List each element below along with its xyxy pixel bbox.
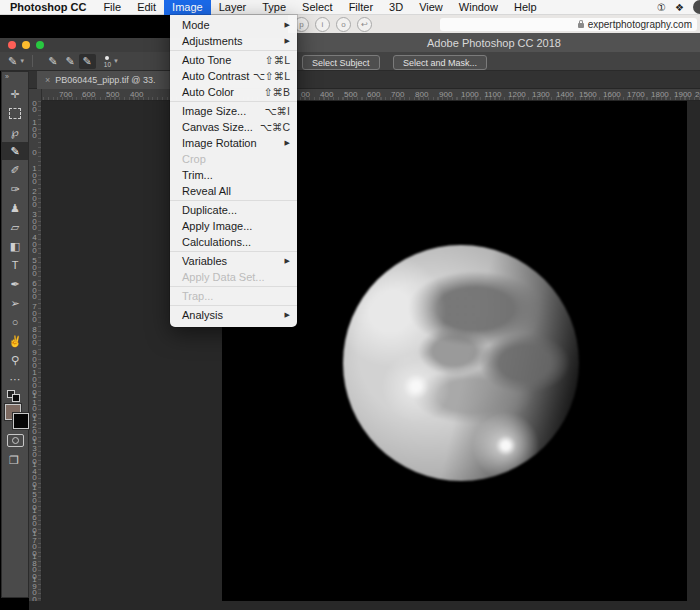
close-tab-icon[interactable]: ×: [45, 75, 50, 85]
clone-stamp-tool[interactable]: ♟: [2, 199, 28, 217]
brush-mode-add-icon[interactable]: ✎: [65, 55, 74, 68]
h-ruler-label: 500: [344, 90, 357, 99]
menu-item-crop: Crop: [170, 151, 297, 167]
menu-item-apply-data-set: Apply Data Set...: [170, 269, 297, 285]
screen-mode-icon[interactable]: ❐: [9, 454, 19, 467]
menu-item-reveal-all[interactable]: Reveal All: [170, 183, 297, 199]
path-select-tool[interactable]: ➢: [2, 294, 28, 312]
menu-item-label: Trim...: [182, 167, 290, 183]
h-ruler-label: 900: [439, 90, 452, 99]
brush-preset-icon[interactable]: ✎: [8, 55, 17, 68]
reply-share-icon[interactable]: ↩: [357, 17, 372, 32]
collapse-palette-icon[interactable]: »: [5, 73, 9, 80]
menu-item-image-size[interactable]: Image Size...⌥⌘I: [170, 103, 297, 119]
menu-item-duplicate[interactable]: Duplicate...: [170, 202, 297, 218]
info-share-icon[interactable]: i: [315, 17, 330, 32]
brush-mode-subtract-icon[interactable]: ✎: [79, 54, 96, 69]
menu-view[interactable]: View: [411, 0, 451, 15]
v-ruler-label: 3 0 0: [29, 212, 40, 232]
select-and-mask-button[interactable]: Select and Mask...: [393, 55, 487, 70]
photoshop-title-bar: Adobe Photoshop CC 2018: [288, 33, 700, 52]
menu-select[interactable]: Select: [294, 0, 341, 15]
menu-type[interactable]: Type: [254, 0, 294, 15]
eyedropper-tool[interactable]: ✐: [2, 161, 28, 179]
hand-tool[interactable]: ✌: [2, 332, 28, 350]
document-tab-title: PB060445_pipp.tif @ 33.: [55, 75, 155, 85]
menu-item-apply-image[interactable]: Apply Image...: [170, 218, 297, 234]
quick-mask-icon[interactable]: [7, 434, 24, 447]
menu-file[interactable]: File: [95, 0, 129, 15]
menu-app-name[interactable]: Photoshop CC: [0, 0, 95, 15]
url-text: expertphotography.com: [588, 19, 692, 30]
menu-item-mode[interactable]: Mode▶: [170, 17, 297, 33]
background-color-swatch[interactable]: [13, 413, 29, 429]
menu-item-shortcut: ⇧⌘B: [264, 84, 290, 100]
brush-size-preview[interactable]: 10: [104, 56, 111, 67]
type-tool[interactable]: T: [2, 256, 28, 274]
menu-window[interactable]: Window: [451, 0, 506, 15]
swap-colors-icon[interactable]: [7, 390, 20, 400]
window-title: Adobe Photoshop CC 2018: [427, 37, 561, 49]
brush-tip-icon: [105, 56, 109, 60]
pen-tool[interactable]: ✒: [2, 275, 28, 293]
menu-item-auto-contrast[interactable]: Auto Contrast⌥⇧⌘L: [170, 68, 297, 84]
brush-tool[interactable]: ✎: [2, 142, 28, 160]
v-ruler-label: 1 0 0: [29, 166, 40, 186]
menu-layer[interactable]: Layer: [211, 0, 255, 15]
v-ruler-label: 9 0 0: [29, 350, 40, 370]
status-info-icon[interactable]: ①: [657, 0, 666, 15]
menu-3d[interactable]: 3D: [381, 0, 411, 15]
marquee-tool[interactable]: [2, 104, 28, 122]
v-ruler-label: 8 0 0: [29, 327, 40, 347]
menu-edit[interactable]: Edit: [129, 0, 164, 15]
menu-item-variables[interactable]: Variables▶: [170, 253, 297, 269]
h-ruler-label: 1300: [532, 90, 550, 99]
v-ruler-label: 5 0 0: [29, 258, 40, 278]
menu-item-auto-tone[interactable]: Auto Tone⇧⌘L: [170, 52, 297, 68]
url-field[interactable]: expertphotography.com: [440, 18, 697, 31]
submenu-arrow-icon: ▶: [285, 307, 290, 323]
menu-help[interactable]: Help: [506, 0, 545, 15]
menu-item-label: Image Rotation: [182, 135, 285, 151]
menu-item-label: Variables: [182, 253, 285, 269]
menu-item-label: Trap...: [182, 288, 290, 304]
minimize-window-button[interactable]: [22, 41, 30, 49]
dropbox-icon[interactable]: ❖: [675, 0, 684, 15]
menu-item-label: Crop: [182, 151, 290, 167]
menu-item-analysis[interactable]: Analysis▶: [170, 307, 297, 323]
menu-item-canvas-size[interactable]: Canvas Size...⌥⌘C: [170, 119, 297, 135]
menu-item-calculations[interactable]: Calculations...: [170, 234, 297, 250]
menu-separator: [170, 50, 297, 51]
zoom-tool[interactable]: ⚲: [2, 351, 28, 369]
v-ruler-label: 0: [29, 150, 40, 157]
h-ruler-label: 400: [130, 90, 143, 99]
move-tool[interactable]: ✛: [2, 85, 28, 103]
lasso-tool[interactable]: ℘: [2, 123, 28, 141]
menu-item-auto-color[interactable]: Auto Color⇧⌘B: [170, 84, 297, 100]
menu-separator: [170, 286, 297, 287]
menu-item-image-rotation[interactable]: Image Rotation▶: [170, 135, 297, 151]
v-ruler-label: 6 0 0: [29, 281, 40, 301]
brush-mode-normal-icon[interactable]: ✎: [48, 55, 57, 68]
menu-item-label: Duplicate...: [182, 202, 290, 218]
menu-filter[interactable]: Filter: [341, 0, 381, 15]
menu-item-trim[interactable]: Trim...: [170, 167, 297, 183]
maximize-window-button[interactable]: [36, 41, 44, 49]
eraser-tool[interactable]: ▱: [2, 218, 28, 236]
h-ruler-label: 1000: [461, 90, 479, 99]
moon-photo: [343, 245, 579, 481]
menu-item-label: Apply Image...: [182, 218, 290, 234]
avatar-icon[interactable]: [693, 0, 700, 14]
menu-item-adjustments[interactable]: Adjustments▶: [170, 33, 297, 49]
history-brush-tool[interactable]: ✑: [2, 180, 28, 198]
circle-share-icon[interactable]: o: [336, 17, 351, 32]
h-ruler-label: 400: [320, 90, 333, 99]
gradient-tool[interactable]: ◧: [2, 237, 28, 255]
close-window-button[interactable]: [8, 41, 16, 49]
more-tools[interactable]: ⋯: [2, 370, 28, 388]
select-subject-button[interactable]: Select Subject: [302, 55, 380, 70]
menu-separator: [170, 305, 297, 306]
menu-image[interactable]: Image: [164, 0, 211, 15]
shape-tool[interactable]: ○: [2, 313, 28, 331]
h-ruler-label: 1900: [674, 90, 692, 99]
